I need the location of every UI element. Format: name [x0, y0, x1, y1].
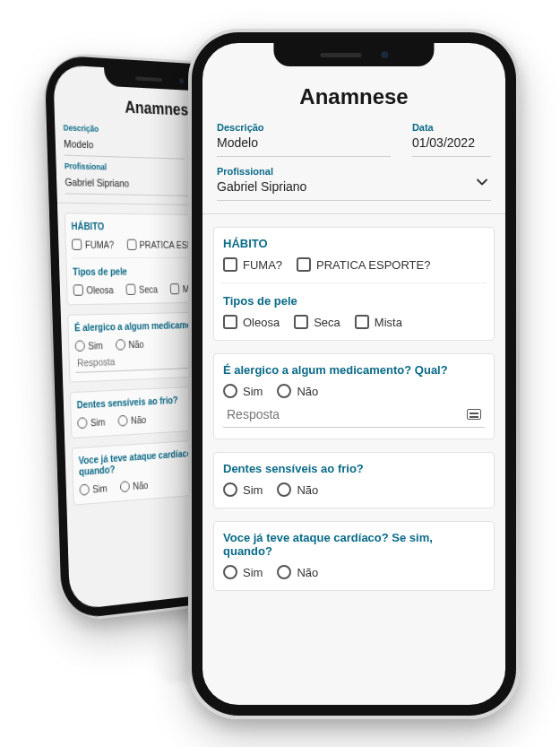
form-icon: [467, 409, 481, 420]
frio-title: Dentes sensíveis ao frio?: [223, 462, 485, 475]
card-alergico: É alergico a algum medicamento? Qual? Si…: [213, 353, 495, 439]
radio-sim[interactable]: Sim: [79, 482, 107, 496]
card-cardiaco: Voce já teve ataque cardíaco? Se sim, qu…: [213, 521, 495, 591]
chevron-down-icon: [475, 175, 489, 193]
check-esporte[interactable]: PRATICA ESPORTE?: [297, 257, 430, 272]
descricao-value: Modelo: [217, 135, 258, 150]
check-fuma[interactable]: FUMA?: [72, 239, 114, 249]
phone-mockup-front: Anamnese Descrição Modelo Data 01/03/202…: [188, 29, 520, 719]
habito-title: HÁBITO: [223, 237, 485, 250]
radio-nao[interactable]: Não: [120, 480, 149, 493]
radio-sim[interactable]: Sim: [75, 340, 103, 352]
radio-sim[interactable]: Sim: [223, 384, 263, 398]
radio-nao[interactable]: Não: [118, 414, 147, 427]
descricao-value: Modelo: [64, 138, 94, 151]
descricao-field[interactable]: Descrição Modelo: [217, 120, 391, 157]
profissional-label: Profissional: [217, 166, 491, 177]
radio-sim[interactable]: Sim: [77, 416, 105, 429]
data-field[interactable]: Data 01/03/2022: [412, 120, 491, 157]
card-habito: HÁBITO FUMA? PRATICA ESPORTE? Tipos de p…: [213, 227, 495, 341]
descricao-label: Descrição: [217, 122, 391, 133]
radio-nao[interactable]: Não: [277, 384, 318, 398]
check-mista[interactable]: Mista: [355, 315, 402, 329]
profissional-value: Gabriel Sipriano: [65, 177, 129, 189]
profissional-value: Gabriel Sipriano: [217, 179, 306, 194]
screen-front: Anamnese Descrição Modelo Data 01/03/202…: [202, 43, 505, 705]
page-title: Anamnese: [202, 84, 505, 109]
radio-nao[interactable]: Não: [277, 565, 318, 579]
resposta-input[interactable]: Resposta: [223, 407, 485, 428]
radio-nao[interactable]: Não: [277, 482, 318, 497]
profissional-field[interactable]: Profissional Gabriel Sipriano: [217, 164, 491, 201]
check-seca[interactable]: Seca: [294, 315, 340, 329]
cardiaco-title: Voce já teve ataque cardíaco? Se sim, qu…: [223, 531, 485, 558]
radio-sim[interactable]: Sim: [223, 565, 263, 579]
radio-nao[interactable]: Não: [116, 338, 144, 350]
data-value: 01/03/2022: [412, 135, 475, 150]
check-oleosa[interactable]: Oleosa: [223, 315, 280, 329]
card-frio: Dentes sensíveis ao frio? Sim Não: [213, 452, 495, 508]
check-fuma[interactable]: FUMA?: [223, 257, 282, 272]
radio-sim[interactable]: Sim: [223, 482, 263, 497]
data-label: Data: [412, 122, 491, 133]
alergico-title: É alergico a algum medicamento? Qual?: [223, 363, 485, 377]
check-oleosa[interactable]: Oleosa: [73, 284, 114, 296]
pele-title: Tipos de pele: [223, 294, 485, 308]
